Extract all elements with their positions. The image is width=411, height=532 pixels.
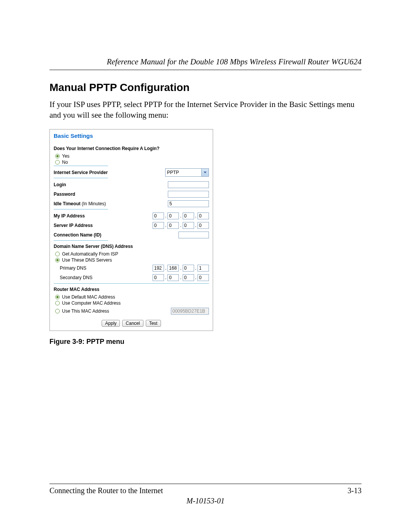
radio-icon	[55, 154, 60, 158]
server-ip-octet-3[interactable]	[183, 222, 194, 229]
login-question: Does Your Internet Connection Require A …	[54, 146, 209, 151]
chevron-down-icon	[201, 169, 209, 176]
footer-doc-number: M-10153-01	[49, 497, 362, 505]
mac-address-input[interactable]	[171, 308, 209, 315]
section-separator	[54, 209, 108, 209]
section-separator	[54, 178, 108, 178]
my-ip-octet-4[interactable]	[198, 212, 209, 219]
primary-dns-label: Primary DNS	[54, 265, 153, 271]
running-header: Reference Manual for the Double 108 Mbps…	[49, 57, 362, 67]
basic-settings-panel: Basic Settings Does Your Internet Connec…	[49, 129, 213, 331]
server-ip-octet-1[interactable]	[153, 222, 164, 229]
login-input[interactable]	[168, 181, 209, 188]
dns-auto-label: Get Automatically From ISP	[62, 251, 118, 257]
dns-use-option[interactable]: Use These DNS Servers	[55, 257, 209, 263]
header-rule	[49, 70, 362, 70]
my-ip-octet-2[interactable]	[167, 212, 179, 219]
my-ip-octet-3[interactable]	[183, 212, 194, 219]
radio-icon	[55, 160, 60, 165]
test-button[interactable]: Test	[146, 320, 161, 327]
mac-default-label: Use Default MAC Address	[62, 294, 115, 300]
mac-computer-label: Use Computer MAC Address	[62, 300, 121, 306]
connection-name-input[interactable]	[178, 232, 209, 238]
login-field-label: Login	[54, 182, 168, 187]
primary-dns-octet-2[interactable]	[167, 265, 179, 272]
server-ip-octet-2[interactable]	[167, 222, 179, 229]
secondary-dns-octet-1[interactable]	[153, 274, 164, 281]
isp-select-value: PPTP	[166, 169, 201, 176]
login-yes-label: Yes	[62, 153, 70, 159]
section-separator	[54, 283, 209, 284]
section-separator	[54, 240, 108, 241]
my-ip-label: My IP Address	[54, 213, 153, 219]
apply-button[interactable]: Apply	[102, 320, 120, 327]
radio-icon	[55, 301, 60, 305]
isp-select[interactable]: PPTP	[165, 168, 209, 177]
mac-heading: Router MAC Address	[54, 287, 209, 292]
page-footer: Connecting the Router to the Internet 3-…	[49, 484, 362, 505]
figure-caption: Figure 3-9: PPTP menu	[49, 338, 362, 346]
secondary-dns-octet-2[interactable]	[167, 274, 179, 281]
my-ip-octet-1[interactable]	[153, 212, 164, 219]
login-yes-option[interactable]: Yes	[55, 153, 209, 159]
connection-name-label: Connection Name (ID)	[54, 232, 178, 238]
password-input[interactable]	[168, 191, 209, 198]
body-paragraph: If your ISP uses PPTP, select PPTP for t…	[49, 99, 362, 121]
radio-icon	[55, 258, 60, 262]
secondary-dns-label: Secondary DNS	[54, 275, 153, 280]
primary-dns-input-group: . . .	[153, 265, 209, 272]
server-ip-label: Server IP Address	[54, 223, 153, 228]
password-field-label: Password	[54, 192, 168, 197]
dns-use-label: Use These DNS Servers	[62, 257, 112, 263]
cancel-button[interactable]: Cancel	[122, 320, 143, 327]
mac-computer-option[interactable]: Use Computer MAC Address	[55, 300, 209, 306]
radio-icon	[55, 295, 60, 299]
idle-timeout-label: Idle Timeout (In Minutes)	[54, 201, 168, 206]
panel-title: Basic Settings	[54, 132, 209, 143]
idle-timeout-input[interactable]	[168, 200, 209, 207]
my-ip-input-group: . . .	[153, 212, 209, 219]
login-no-option[interactable]: No	[55, 160, 209, 165]
secondary-dns-octet-4[interactable]	[198, 274, 209, 281]
primary-dns-octet-3[interactable]	[183, 265, 194, 272]
login-no-label: No	[62, 160, 68, 165]
dns-heading: Domain Name Server (DNS) Address	[54, 244, 209, 249]
primary-dns-octet-4[interactable]	[198, 265, 209, 272]
footer-chapter: Connecting the Router to the Internet	[49, 486, 163, 495]
mac-default-option[interactable]: Use Default MAC Address	[55, 294, 209, 300]
footer-page-number: 3-13	[347, 486, 362, 495]
section-title: Manual PPTP Configuration	[49, 81, 362, 94]
radio-icon	[55, 252, 60, 256]
server-ip-input-group: . . .	[153, 222, 209, 229]
secondary-dns-octet-3[interactable]	[183, 274, 194, 281]
dns-auto-option[interactable]: Get Automatically From ISP	[55, 251, 209, 257]
isp-label: Internet Service Provider	[54, 170, 165, 175]
server-ip-octet-4[interactable]	[198, 222, 209, 229]
section-separator	[54, 166, 108, 166]
footer-rule	[49, 484, 362, 484]
mac-this-label: Use This MAC Address	[62, 308, 109, 314]
primary-dns-octet-1[interactable]	[153, 265, 164, 272]
radio-icon[interactable]	[55, 309, 60, 313]
secondary-dns-input-group: . . .	[153, 274, 209, 281]
